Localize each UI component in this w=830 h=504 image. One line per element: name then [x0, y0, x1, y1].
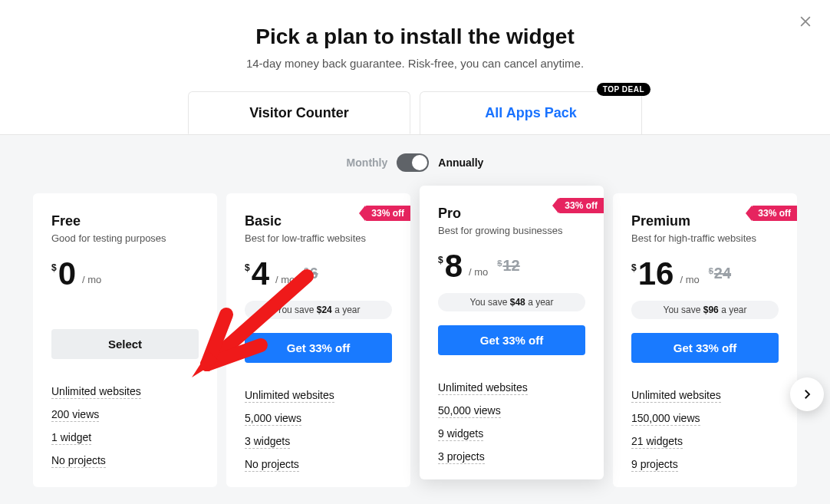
currency: $ — [51, 262, 57, 273]
price: 16 — [638, 258, 674, 290]
plan-desc: Best for high-traffic websites — [631, 232, 779, 244]
feature-item: Unlimited websites — [631, 389, 721, 403]
per-period: / mo — [82, 274, 101, 285]
billing-annually-label[interactable]: Annually — [438, 156, 483, 169]
feature-item: 1 widget — [51, 431, 91, 445]
close-button[interactable] — [798, 14, 813, 29]
feature-item: 3 widgets — [245, 435, 290, 449]
billing-toggle: Monthly Annually — [0, 153, 830, 172]
tab-visitor-counter[interactable]: Visitor Counter — [188, 91, 410, 134]
feature-item: 9 projects — [631, 458, 678, 472]
plan-desc: Best for growing businesses — [438, 225, 585, 236]
per-period: / mo — [680, 274, 699, 285]
feature-item: 150,000 views — [631, 412, 700, 426]
features: Unlimited websites 200 views 1 widget No… — [51, 385, 199, 468]
tab-all-apps-pack[interactable]: All Apps Pack TOP DEAL — [420, 91, 642, 134]
feature-item: Unlimited websites — [51, 385, 141, 399]
features: Unlimited websites 50,000 views 9 widget… — [438, 381, 585, 464]
price-row: $ 16 / mo $24 — [631, 258, 779, 290]
next-button[interactable] — [790, 377, 824, 411]
per-period: / mo — [275, 274, 295, 285]
tab-label: Visitor Counter — [249, 105, 349, 121]
top-deal-badge: TOP DEAL — [597, 83, 650, 96]
feature-item: No projects — [51, 454, 106, 468]
plan-pro: 33% off Pro Best for growing businesses … — [420, 186, 604, 479]
strike-price: $24 — [709, 265, 731, 282]
currency: $ — [245, 262, 250, 273]
plan-premium: 33% off Premium Best for high-traffic we… — [613, 193, 797, 487]
price: 0 — [58, 258, 76, 290]
feature-item: 5,000 views — [245, 412, 301, 426]
switch-knob — [412, 155, 427, 170]
feature-item: Unlimited websites — [245, 389, 334, 403]
tabs: Visitor Counter All Apps Pack TOP DEAL — [0, 91, 830, 135]
tab-label: All Apps Pack — [485, 105, 576, 121]
discount-ribbon: 33% off — [365, 206, 410, 221]
price: 4 — [252, 258, 269, 290]
features: Unlimited websites 150,000 views 21 widg… — [631, 389, 779, 472]
save-chip: You save $24 a year — [245, 301, 392, 319]
feature-item: 200 views — [51, 408, 99, 422]
plan-desc: Best for low-traffic websites — [245, 232, 392, 244]
get-offer-button[interactable]: Get 33% off — [438, 325, 585, 355]
plans-row: Free Good for testing purposes $ 0 / mo … — [0, 193, 830, 487]
plan-free: Free Good for testing purposes $ 0 / mo … — [33, 193, 217, 487]
strike-price: $6 — [304, 265, 318, 282]
discount-ribbon: 33% off — [558, 198, 604, 213]
plan-desc: Good for testing purposes — [51, 232, 199, 244]
price-row: $ 4 / mo $6 — [245, 258, 392, 290]
select-button[interactable]: Select — [51, 329, 199, 359]
price-row: $ 8 / mo $12 — [438, 250, 585, 282]
features: Unlimited websites 5,000 views 3 widgets… — [245, 389, 392, 472]
plan-basic: 33% off Basic Best for low-traffic websi… — [226, 193, 410, 487]
feature-item: 50,000 views — [438, 404, 501, 418]
feature-item: 9 widgets — [438, 427, 483, 441]
currency: $ — [438, 255, 443, 265]
chevron-right-icon — [800, 387, 814, 401]
close-icon — [798, 14, 813, 29]
per-period: / mo — [469, 266, 488, 278]
billing-monthly-label[interactable]: Monthly — [347, 156, 388, 169]
billing-switch[interactable] — [397, 153, 429, 172]
plan-name: Free — [51, 213, 199, 229]
feature-item: 21 widgets — [631, 435, 683, 449]
get-offer-button[interactable]: Get 33% off — [245, 333, 392, 363]
strike-price: $12 — [497, 257, 519, 275]
feature-item: No projects — [245, 458, 299, 472]
price-row: $ 0 / mo — [51, 258, 199, 290]
save-chip: You save $96 a year — [631, 301, 779, 319]
feature-item: Unlimited websites — [438, 381, 528, 395]
plans-section: Monthly Annually Free Good for testing p… — [0, 135, 830, 504]
price: 8 — [445, 250, 463, 282]
page-title: Pick a plan to install the widget — [0, 25, 830, 49]
feature-item: 3 projects — [438, 450, 485, 464]
currency: $ — [631, 262, 637, 273]
discount-ribbon: 33% off — [752, 206, 797, 221]
get-offer-button[interactable]: Get 33% off — [631, 333, 779, 363]
page-subtitle: 14-day money back guarantee. Risk-free, … — [0, 57, 830, 70]
save-chip: You save $48 a year — [438, 293, 585, 311]
